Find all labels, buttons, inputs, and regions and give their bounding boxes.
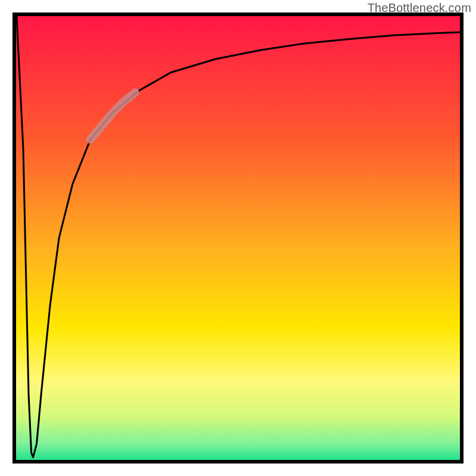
plot-background [14,14,462,462]
chart-stage: TheBottleneck.com [0,0,476,476]
bottleneck-chart [0,0,476,476]
